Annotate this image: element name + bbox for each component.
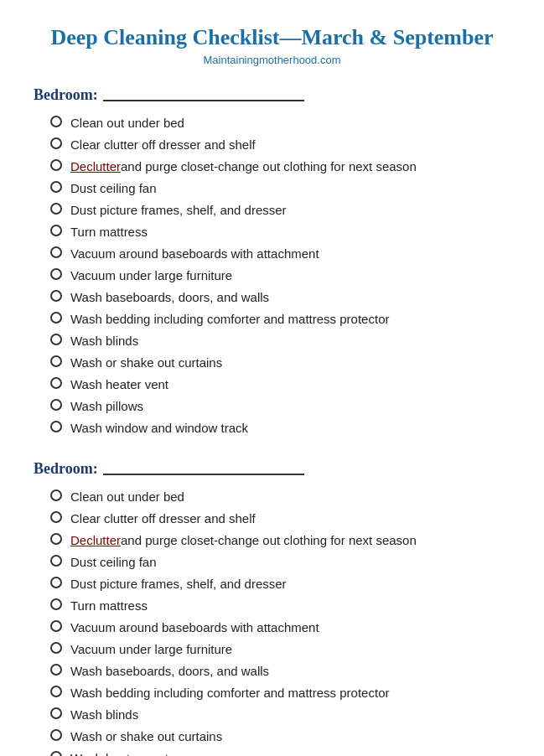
list-item: Clean out under bed (50, 488, 510, 505)
bullet-icon (50, 159, 62, 171)
bullet-icon (50, 181, 62, 193)
bullet-icon (50, 355, 62, 367)
item-text: Wash bedding including comforter and mat… (70, 684, 389, 702)
subtitle: Maintainingmotherhood.com (34, 54, 510, 66)
list-item: Dust picture frames, shelf, and dresser (50, 575, 510, 593)
section-header-label: Bedroom: (34, 460, 98, 478)
item-text: Vacuum around baseboards with attachment (70, 245, 319, 262)
list-item: Wash heater vent (50, 749, 510, 756)
item-text: Declutter (70, 531, 121, 549)
item-text: and purge closet-change out clothing for… (121, 531, 417, 549)
bullet-icon (50, 555, 62, 567)
item-text: Turn mattress (70, 597, 148, 614)
bullet-icon (50, 116, 62, 127)
bullet-icon (50, 246, 62, 258)
checklist-bedroom-2: Clean out under bedClear clutter off dre… (34, 488, 510, 756)
item-text: Declutter (70, 158, 121, 175)
bullet-icon (50, 729, 62, 741)
list-item: Declutter and purge closet-change out cl… (50, 531, 510, 549)
section-header-label: Bedroom: (34, 86, 98, 104)
list-item: Wash blinds (50, 332, 510, 350)
item-text: Turn mattress (70, 223, 148, 241)
list-item: Vacuum under large furniture (50, 640, 510, 658)
checklist-bedroom-1: Clean out under bedClear clutter off dre… (34, 114, 510, 437)
item-text: Clean out under bed (70, 488, 184, 505)
list-item: Clean out under bed (50, 114, 510, 132)
list-item: Dust ceiling fan (50, 553, 510, 571)
item-text: Vacuum under large furniture (70, 267, 232, 284)
item-text: Wash blinds (70, 706, 138, 723)
item-text: Wash blinds (70, 332, 138, 350)
bullet-icon (50, 707, 62, 719)
bullet-icon (50, 137, 62, 149)
item-text: Wash or shake out curtains (70, 354, 222, 371)
list-item: Wash bedding including comforter and mat… (50, 684, 510, 702)
bullet-icon (50, 334, 62, 345)
item-text: Wash baseboards, doors, and walls (70, 288, 269, 306)
bullet-icon (50, 511, 62, 523)
page-title: Deep Cleaning Checklist—March & Septembe… (34, 25, 510, 50)
list-item: Clear clutter off dresser and shelf (50, 510, 510, 527)
list-item: Clear clutter off dresser and shelf (50, 136, 510, 153)
bullet-icon (50, 290, 62, 302)
section-header-bedroom-1: Bedroom: (34, 86, 510, 104)
list-item: Wash or shake out curtains (50, 354, 510, 371)
list-item: Wash pillows (50, 397, 510, 415)
bullet-icon (50, 268, 62, 280)
list-item: Wash bedding including comforter and mat… (50, 310, 510, 328)
item-text: Dust picture frames, shelf, and dresser (70, 201, 287, 219)
bullet-icon (50, 399, 62, 411)
list-item: Wash window and window track (50, 419, 510, 437)
item-text: Wash or shake out curtains (70, 728, 222, 745)
section-header-underline (103, 474, 304, 475)
item-text: Wash heater vent (70, 749, 168, 756)
list-item: Wash or shake out curtains (50, 728, 510, 745)
list-item: Vacuum around baseboards with attachment (50, 619, 510, 636)
bullet-icon (50, 421, 62, 432)
list-item: Dust ceiling fan (50, 179, 510, 197)
item-text: Wash bedding including comforter and mat… (70, 310, 389, 328)
item-text: Dust ceiling fan (70, 179, 157, 197)
section-bedroom-1: Bedroom:Clean out under bedClear clutter… (34, 86, 510, 437)
bullet-icon (50, 312, 62, 324)
bullet-icon (50, 577, 62, 588)
bullet-icon (50, 377, 62, 389)
list-item: Wash blinds (50, 706, 510, 723)
item-text: Clear clutter off dresser and shelf (70, 510, 256, 527)
list-item: Dust picture frames, shelf, and dresser (50, 201, 510, 219)
list-item: Turn mattress (50, 223, 510, 241)
list-item: Wash baseboards, doors, and walls (50, 662, 510, 680)
bullet-icon (50, 489, 62, 501)
item-text: Dust picture frames, shelf, and dresser (70, 575, 287, 593)
bullet-icon (50, 533, 62, 545)
bullet-icon (50, 598, 62, 610)
item-text: Vacuum around baseboards with attachment (70, 619, 319, 636)
bullet-icon (50, 642, 62, 654)
item-text: and purge closet-change out clothing for… (121, 158, 417, 175)
item-text: Wash heater vent (70, 375, 168, 393)
bullet-icon (50, 686, 62, 697)
item-text: Vacuum under large furniture (70, 640, 232, 658)
list-item: Declutter and purge closet-change out cl… (50, 158, 510, 175)
list-item: Vacuum under large furniture (50, 267, 510, 284)
list-item: Wash heater vent (50, 375, 510, 393)
section-header-bedroom-2: Bedroom: (34, 460, 510, 478)
list-item: Wash baseboards, doors, and walls (50, 288, 510, 306)
bullet-icon (50, 203, 62, 215)
list-item: Turn mattress (50, 597, 510, 614)
item-text: Clean out under bed (70, 114, 184, 132)
item-text: Wash baseboards, doors, and walls (70, 662, 269, 680)
item-text: Wash pillows (70, 397, 143, 415)
list-item: Vacuum around baseboards with attachment (50, 245, 510, 262)
item-text: Dust ceiling fan (70, 553, 157, 571)
item-text: Clear clutter off dresser and shelf (70, 136, 256, 153)
bullet-icon (50, 225, 62, 236)
bullet-icon (50, 620, 62, 632)
item-text: Wash window and window track (70, 419, 248, 437)
section-bedroom-2: Bedroom:Clean out under bedClear clutter… (34, 460, 510, 756)
bullet-icon (50, 751, 62, 756)
section-header-underline (103, 100, 304, 101)
bullet-icon (50, 664, 62, 676)
